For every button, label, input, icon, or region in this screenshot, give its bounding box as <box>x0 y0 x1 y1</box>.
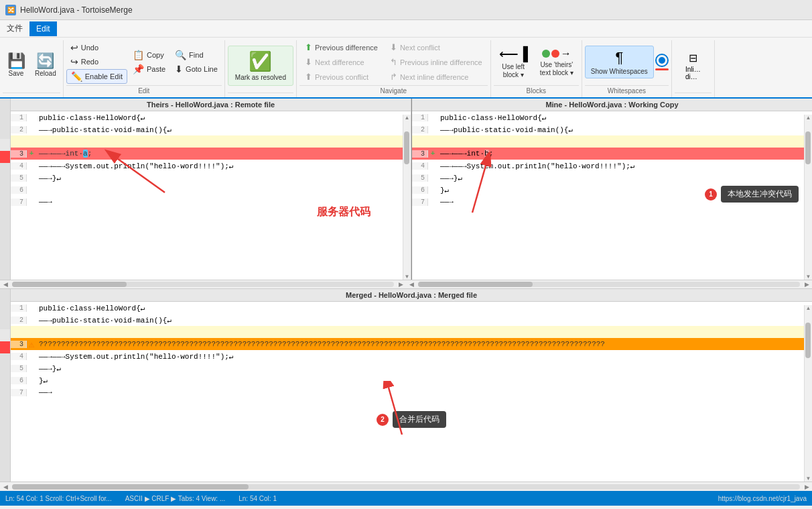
ws-indicator <box>655 68 669 70</box>
save-button[interactable]: 💾 Save <box>3 51 29 80</box>
copy-paste-stack: 📋 Copy 📌 Paste <box>129 48 170 76</box>
whitespace-icon: ¶ <box>615 49 623 66</box>
theirs-line-7: 7 ——→ <box>11 196 411 208</box>
undo-redo-stack: ↩ Undo ↪ Redo ✏️ Enable Edit <box>66 41 127 84</box>
theirs-pane: Theirs - HelloWord.java : Remote file 1 … <box>11 99 411 280</box>
status-left: Ln: 54 Col: 1 Scroll: Ctrl+Scroll for... <box>5 495 112 502</box>
ribbon-group-blocks: ⟵▐ Use leftblock ▾ → Use 'theirs'text bl… <box>491 40 582 97</box>
copy-button[interactable]: 📋 Copy <box>129 48 170 62</box>
ribbon-group-file: 💾 Save 🔄 Reload <box>0 40 64 97</box>
merged-line-4: 4 ——→——→System.out.println("hello·word!!… <box>11 350 812 362</box>
mine-line-3: 3 + ——→——→int·b; <box>412 148 812 160</box>
prev-inline-diff-button[interactable]: ↰ Previous inline difference <box>385 55 488 69</box>
top-hscrollbar[interactable]: ◀ ▶ ◀ ▶ <box>0 280 812 289</box>
navigate-group-label: Navigate <box>299 85 488 97</box>
mark-resolved-label: Mark as resolved <box>235 74 286 81</box>
left-edge-gutter <box>0 99 11 280</box>
file-group-label <box>3 93 60 97</box>
arrow-icon: → <box>561 48 571 60</box>
use-theirs-block-button[interactable]: → Use 'theirs'text block ▾ <box>535 45 579 80</box>
menu-file[interactable]: 文件 <box>0 20 29 37</box>
mine-line-6: 6 }↵ <box>412 184 812 196</box>
theirs-line-2: 2 ——→public·static·void·main(){↵ <box>11 123 411 135</box>
ribbon-group-whitespaces: ¶ Show Whitespaces Whitespaces <box>582 40 672 97</box>
mine-scroll-thumb[interactable] <box>805 131 811 164</box>
use-left-block-button[interactable]: ⟵▐ Use leftblock ▾ <box>494 43 533 82</box>
goto-label: Goto Line <box>186 65 218 73</box>
inline-icon: ⊟ <box>689 52 697 64</box>
main-content: Theirs - HelloWord.java : Remote file 1 … <box>0 99 812 491</box>
find-goto-stack: 🔍 Find ⬇ Goto Line <box>171 48 222 76</box>
blocks-group-label: Blocks <box>494 85 579 97</box>
show-ws-label: Show Whitespaces <box>591 68 648 75</box>
theirs-content[interactable]: 1 public·class·HelloWord{↵ 2 ——→public·s… <box>11 111 411 280</box>
ribbon-group-mark: ✅ Mark as resolved <box>225 40 297 97</box>
status-url: https://blog.csdn.net/cjr1_java <box>718 495 807 502</box>
prev-diff-button[interactable]: ⬆ Previous difference <box>299 40 383 54</box>
next-diff-button[interactable]: ⬇ Next difference <box>299 55 383 69</box>
mine-hscroll-thumb[interactable] <box>418 282 533 287</box>
merged-line-empty <box>11 326 812 338</box>
theirs-header: Theirs - HelloWord.java : Remote file <box>11 99 411 111</box>
merged-content[interactable]: 1 public·class·HelloWord{↵ 2 ——→public·s… <box>11 302 812 482</box>
theirs-line-empty <box>11 135 411 148</box>
top-hscroll-thumb[interactable] <box>12 282 127 287</box>
theirs-line-4: 4 ——→——→System.out.println("hello·word!!… <box>11 160 411 172</box>
next-inline-diff-label: Next inline difference <box>400 73 469 81</box>
use-left-icon: ⟵▐ <box>499 46 528 62</box>
green-dot <box>542 50 550 58</box>
mine-content[interactable]: 1 public·class·HelloWord{↵ 2 ——→public·s… <box>412 111 812 280</box>
ws-toggle-1[interactable] <box>655 54 669 67</box>
next-inline-diff-button[interactable]: ↱ Next inline difference <box>385 70 488 84</box>
merged-hscrollbar[interactable]: ◀ ▶ <box>0 482 812 491</box>
merged-left-gutter <box>0 289 11 482</box>
top-diff-panes: Theirs - HelloWord.java : Remote file 1 … <box>0 99 812 280</box>
whitespaces-group-label: Whitespaces <box>585 85 669 97</box>
merged-line-7: 7 ——→ <box>11 386 812 398</box>
paste-label: Paste <box>147 65 165 73</box>
mine-line-1: 1 public·class·HelloWord{↵ <box>412 111 812 123</box>
merged-line-2: 2 ——→public·static·void·main(){↵ <box>11 314 812 326</box>
prev-conflict-button[interactable]: ⬆ Previous conflict <box>299 70 383 84</box>
ribbon-group-navigate: ⬆ Previous difference ⬇ Next difference … <box>297 40 491 97</box>
show-whitespaces-button[interactable]: ¶ Show Whitespaces <box>585 46 654 78</box>
edit-group-label: Edit <box>66 85 222 97</box>
undo-button[interactable]: ↩ Undo <box>66 41 127 54</box>
merged-line-5: 5 ——→}↵ <box>11 362 812 374</box>
theirs-line-6: 6 <box>11 184 411 196</box>
mark-resolved-button[interactable]: ✅ Mark as resolved <box>228 46 293 86</box>
enable-edit-button[interactable]: ✏️ Enable Edit <box>66 69 127 84</box>
mine-line-empty <box>412 135 812 148</box>
paste-button[interactable]: 📌 Paste <box>129 62 170 76</box>
enable-edit-label: Enable Edit <box>85 72 123 80</box>
find-button[interactable]: 🔍 Find <box>171 48 222 62</box>
merged-header: Merged - HelloWord.java : Merged file <box>11 289 812 302</box>
ribbon-group-inline: ⊟ Inli…di… <box>672 40 715 97</box>
inline-diff-button[interactable]: ⊟ Inli…di… <box>675 49 712 83</box>
mine-line-4: 4 ——→——→System.out.println("hello·word!!… <box>412 160 812 172</box>
merged-line-1: 1 public·class·HelloWord{↵ <box>11 302 812 314</box>
app-icon: 🔀 <box>5 5 16 15</box>
theirs-scroll-thumb[interactable] <box>404 131 409 164</box>
status-encoding: ASCII ▶ CRLF ▶ Tabs: 4 View: ... <box>125 495 226 502</box>
reload-icon: 🔄 <box>36 54 54 68</box>
merged-hscroll-thumb[interactable] <box>12 484 249 490</box>
merged-scroll-thumb[interactable] <box>805 323 811 358</box>
merged-scrollbar[interactable]: ▲ ▼ <box>804 305 812 482</box>
reload-button[interactable]: 🔄 Reload <box>31 51 60 80</box>
theirs-scrollbar[interactable]: ▲ ▼ <box>403 115 411 280</box>
goto-line-button[interactable]: ⬇ Goto Line <box>171 62 222 76</box>
save-icon: 💾 <box>7 54 25 68</box>
prev-diff-label: Previous difference <box>315 44 378 52</box>
menu-edit[interactable]: Edit <box>29 21 57 36</box>
next-conflict-label: Next conflict <box>400 44 440 52</box>
prev-inline-diff-label: Previous inline difference <box>400 58 482 66</box>
inline-label: Inli…di… <box>685 66 701 80</box>
use-theirs-label: Use 'theirs'text block ▾ <box>540 61 573 77</box>
merged-line-3: 3 ⚠ ????????????????????????????????????… <box>11 338 812 350</box>
navigate-stack: ⬆ Previous difference ⬇ Next difference … <box>299 40 383 84</box>
redo-button[interactable]: ↪ Redo <box>66 55 127 68</box>
navigate-stack2: ⬇ Next conflict ↰ Previous inline differ… <box>385 40 488 84</box>
mine-scrollbar[interactable]: ▲ ▼ <box>804 115 812 280</box>
next-conflict-button[interactable]: ⬇ Next conflict <box>385 40 488 54</box>
